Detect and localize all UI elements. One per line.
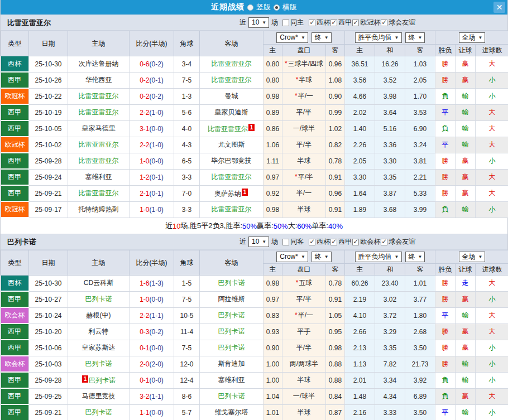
avg-draw: 4.34 (375, 388, 405, 404)
avg-draw: 3.30 (375, 153, 405, 169)
games-count-select[interactable]: 10 (248, 236, 269, 247)
odds-away: 0.91 (326, 291, 345, 307)
avg-time-select[interactable]: 终 (405, 32, 425, 43)
full-time-score: 1-2 (140, 173, 149, 181)
away-team-cell: 阿拉维斯 (200, 291, 263, 307)
radio-vertical-label[interactable]: 竖版 (256, 2, 271, 12)
checkbox-欧冠杯[interactable]: 欧冠杯 (352, 18, 380, 27)
avg-away: 3.99 (405, 201, 435, 218)
away-team-name: 比雷亚雷亚尔 (212, 60, 252, 67)
checked-checkbox-icon (352, 20, 359, 26)
match-date: 25-10-03 (29, 356, 68, 372)
match-score-cell: 1-0(1-0) (130, 201, 174, 218)
odds-home: 0.83 (263, 307, 282, 324)
verdict-goals: 小 (476, 372, 508, 388)
half-time-score: (0-0) (150, 125, 164, 133)
verdict-result: 勝 (435, 356, 456, 372)
home-team-cell: 比雷亚雷亚尔 (68, 137, 130, 153)
checkbox-同主[interactable]: 同主 (282, 18, 304, 27)
avg-type-select[interactable]: 胜平负均值 (355, 32, 402, 43)
checkbox-label: 欧冠杯 (360, 18, 380, 27)
odds-time-select[interactable]: 终 (311, 32, 332, 43)
home-team-name: 比雷亚雷亚尔 (79, 141, 119, 148)
odds-source-select[interactable]: Crow* (276, 32, 308, 43)
match-row: 西甲25-10-19比雷亚雷亚尔2-2(1-0)5-6皇家贝迪斯0.89平/半0… (1, 104, 508, 120)
home-team-cell: 塞维利亚 (68, 169, 130, 185)
match-row: 欧会杯25-10-24赫根(中)2-2(1-1)10-5巴列卡诺0.83*半/一… (1, 307, 508, 324)
match-type-badge: 西甲 (1, 120, 29, 137)
verdict-handicap: 輸 (456, 201, 476, 218)
verdict-goals: 大 (476, 104, 508, 120)
checked-checkbox-icon (309, 20, 315, 26)
scope-select[interactable]: 全场 (459, 252, 486, 262)
red-card-badge: 1 (248, 124, 255, 131)
odds-time-select[interactable]: 终 (311, 252, 332, 262)
scope-select[interactable]: 全场 (459, 32, 486, 43)
match-type-badge: 西甲 (1, 291, 29, 307)
odds-source-select[interactable]: Crow* (276, 252, 308, 262)
odds-home: 1.00 (263, 356, 282, 372)
match-date: 25-09-24 (29, 169, 68, 185)
away-team-cell: 毕尔巴鄂竞技 (200, 153, 263, 169)
avg-away: 2.05 (405, 72, 435, 88)
full-time-score: 2-0 (140, 360, 149, 368)
avg-home: 1.13 (345, 356, 375, 372)
verdict-handicap: 輸 (456, 356, 476, 372)
radio-horizontal-layout[interactable] (274, 4, 280, 11)
odds-handicap: 一/球半 (282, 120, 326, 137)
match-type-badge: 欧冠杯 (1, 88, 29, 104)
home-team-name: 比雷亚雷亚尔 (79, 92, 119, 100)
unchecked-checkbox-icon (282, 239, 289, 245)
checkbox-西甲[interactable]: 西甲 (330, 18, 352, 27)
away-team-cell: 巴列卡诺 (200, 276, 263, 292)
verdict-goals: 大 (476, 185, 508, 201)
column-header-away: 客场 (200, 250, 263, 276)
summary-segment: 50% (274, 222, 288, 230)
verdict-result: 勝 (435, 291, 456, 307)
avg-away: 1.01 (405, 276, 435, 292)
checkbox-同客[interactable]: 同客 (282, 237, 304, 247)
checkbox-西甲[interactable]: 西甲 (330, 237, 352, 247)
column-header-corner: 角球 (174, 250, 200, 276)
verdict-goals: 大 (476, 137, 508, 153)
match-date: 25-10-05 (29, 120, 68, 137)
corner-score: 7-5 (174, 340, 200, 356)
radio-vertical-layout[interactable] (247, 4, 253, 11)
corner-score: 6-5 (174, 153, 200, 169)
match-row: 欧冠杯25-10-02比雷亚雷亚尔2-2(1-0)4-3尤文图斯1.06平/半0… (1, 137, 508, 153)
match-score-cell: 2-2(1-1) (130, 307, 174, 324)
checkbox-欧会杯[interactable]: 欧会杯 (352, 237, 380, 247)
close-button[interactable] (493, 2, 505, 13)
subheader-odds-home: 主 (263, 264, 282, 276)
verdict-handicap: 輸 (456, 307, 476, 324)
avg-home: 4.10 (345, 307, 375, 324)
half-time-score: (1-0) (150, 141, 164, 149)
radio-horizontal-label[interactable]: 横版 (282, 2, 297, 12)
subheader-odds-home: 主 (263, 45, 282, 56)
checkbox-label: 同主 (290, 18, 304, 27)
column-header-away: 客场 (200, 31, 263, 56)
corner-score: 1-5 (174, 276, 200, 292)
summary-segment: 50% (242, 222, 257, 230)
avg-time-select[interactable]: 终 (405, 252, 425, 262)
odds-handicap: *平/半 (282, 169, 326, 185)
checkbox-球会友谊[interactable]: 球会友谊 (381, 18, 415, 27)
home-team-cell: 托特纳姆热刺 (68, 201, 130, 218)
home-team-cell: CD云科斯 (68, 276, 130, 292)
checkbox-西杯[interactable]: 西杯 (309, 237, 330, 247)
avg-type-select[interactable]: 胜平负均值 (355, 252, 402, 262)
avg-home: 1.64 (345, 185, 375, 201)
checkbox-label: 球会友谊 (389, 18, 415, 27)
checkbox-西杯[interactable]: 西杯 (309, 18, 330, 27)
corner-score: 8-6 (174, 388, 200, 404)
match-type-badge: 西甲 (1, 388, 29, 404)
checkbox-球会友谊[interactable]: 球会友谊 (381, 237, 415, 247)
verdict-handicap: 赢 (456, 340, 476, 356)
avg-home: 2.26 (345, 137, 375, 153)
titlebar: 近期战绩 竖版 横版 (1, 0, 507, 15)
match-type-badge: 西甲 (1, 340, 29, 356)
match-score-cell: 0-2(0-2) (130, 88, 174, 104)
full-time-score: 2-1 (140, 190, 149, 197)
games-count-select[interactable]: 10 (248, 17, 269, 28)
summary-segment: 10 (172, 222, 180, 230)
